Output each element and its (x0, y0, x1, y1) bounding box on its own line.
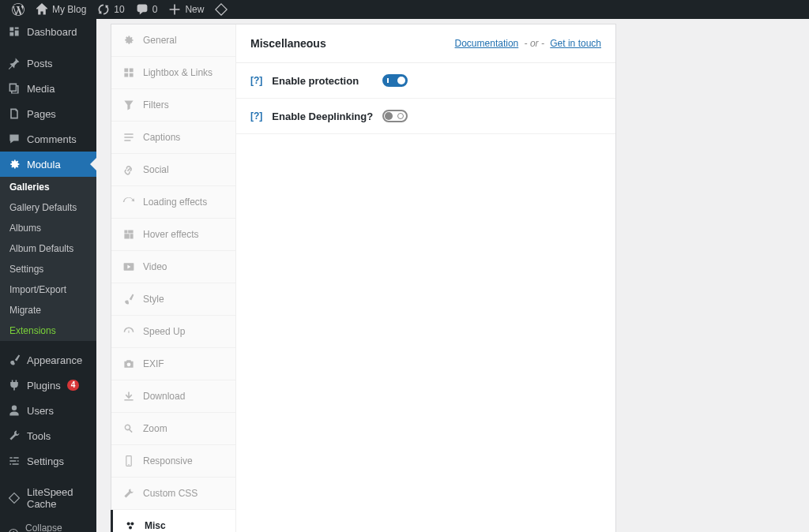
tab-general[interactable]: General (111, 24, 235, 57)
svg-point-6 (129, 526, 132, 529)
submenu-migrate[interactable]: Migrate (0, 300, 96, 320)
new-link[interactable]: New (163, 0, 209, 19)
tab-responsive[interactable]: Responsive (111, 445, 235, 478)
submenu-settings[interactable]: Settings (0, 259, 96, 279)
dots-icon (124, 519, 137, 532)
play-icon (122, 260, 135, 273)
settings-panel: General Lightbox & Links Filters Caption… (111, 24, 616, 532)
settings-tabs: General Lightbox & Links Filters Caption… (111, 24, 236, 532)
plugin-icon (8, 379, 21, 392)
sidebar-appearance[interactable]: Appearance (0, 347, 96, 373)
sidebar-media[interactable]: Media (0, 76, 96, 101)
tab-lightbox[interactable]: Lightbox & Links (111, 57, 235, 89)
submenu-galleries[interactable]: Galleries (0, 177, 96, 197)
tab-filters[interactable]: Filters (111, 89, 235, 122)
sliders-icon (8, 455, 21, 467)
mobile-icon (122, 455, 135, 467)
home-icon (36, 3, 48, 16)
collapse-menu[interactable]: Collapse menu (0, 516, 96, 532)
settings-title: Miscellaneous (250, 37, 326, 50)
dashboard-icon (8, 25, 21, 38)
camera-icon (122, 358, 135, 370)
svg-point-4 (127, 523, 130, 526)
wp-logo[interactable] (6, 0, 30, 19)
comments-icon (8, 133, 21, 145)
tab-social[interactable]: Social (111, 154, 235, 186)
update-icon (97, 3, 110, 16)
settings-content: Miscellaneous Documentation - or - Get i… (236, 24, 615, 532)
tab-zoom[interactable]: Zoom (111, 413, 235, 445)
updates-count: 10 (114, 4, 124, 15)
sidebar-tools[interactable]: Tools (0, 423, 96, 448)
tab-captions[interactable]: Captions (111, 122, 235, 154)
refresh-icon (122, 196, 135, 208)
deeplink-toggle[interactable] (382, 110, 408, 122)
new-label: New (185, 4, 204, 15)
tab-custom-css[interactable]: Custom CSS (111, 478, 235, 510)
collapse-icon (8, 528, 19, 532)
user-icon (8, 404, 21, 417)
litespeed-bar[interactable] (209, 0, 233, 19)
gauge-icon (122, 325, 135, 338)
search-icon (122, 422, 135, 435)
plus-icon (168, 3, 181, 16)
tab-hover[interactable]: Hover effects (111, 219, 235, 251)
comments-link[interactable]: 0 (130, 0, 164, 19)
sidebar-modula[interactable]: Modula (0, 152, 96, 177)
filter-icon (122, 99, 135, 111)
content-area: General Lightbox & Links Filters Caption… (96, 19, 809, 532)
admin-sidebar: Dashboard Posts Media Pages Comments Mod… (0, 19, 96, 532)
submenu-album-defaults[interactable]: Album Defaults (0, 238, 96, 259)
diamond-icon (215, 3, 228, 16)
submenu-extensions[interactable]: Extensions (0, 320, 96, 341)
submenu-import-export[interactable]: Import/Export (0, 279, 96, 300)
protection-toggle[interactable] (382, 74, 408, 87)
sidebar-pages[interactable]: Pages (0, 101, 96, 126)
page-icon (8, 107, 21, 120)
tab-video[interactable]: Video (111, 251, 235, 283)
settings-header: Miscellaneous Documentation - or - Get i… (236, 24, 615, 63)
svg-point-3 (128, 464, 130, 466)
sidebar-posts[interactable]: Posts (0, 51, 96, 76)
tab-download[interactable]: Download (111, 380, 235, 413)
site-name-link[interactable]: My Blog (30, 0, 92, 19)
brush-icon (8, 354, 21, 366)
brush2-icon (122, 293, 135, 305)
comment-icon (136, 3, 149, 16)
setting-protection: [?] Enable protection (236, 63, 615, 99)
tab-misc[interactable]: Misc (111, 510, 235, 532)
sidebar-users[interactable]: Users (0, 398, 96, 423)
tab-style[interactable]: Style (111, 283, 235, 316)
sidebar-settings[interactable]: Settings (0, 448, 96, 474)
sidebar-comments[interactable]: Comments (0, 126, 96, 152)
updates-link[interactable]: 10 (92, 0, 130, 19)
media-icon (8, 82, 21, 95)
documentation-link[interactable]: Documentation (455, 38, 519, 49)
link-icon (122, 163, 135, 176)
help-icon[interactable]: [?] (250, 75, 262, 86)
protection-label: Enable protection (272, 75, 382, 87)
grid-icon (122, 66, 135, 79)
tab-speedup[interactable]: Speed Up (111, 316, 235, 348)
submenu-gallery-defaults[interactable]: Gallery Defaults (0, 197, 96, 218)
download-icon (122, 390, 135, 403)
diamond-icon (8, 492, 21, 504)
sidebar-litespeed[interactable]: LiteSpeed Cache (0, 480, 96, 516)
get-in-touch-link[interactable]: Get in touch (550, 38, 601, 49)
sidebar-plugins[interactable]: Plugins 4 (0, 373, 96, 398)
wrench-icon (8, 429, 21, 442)
tab-exif[interactable]: EXIF (111, 348, 235, 380)
gear-icon (122, 34, 135, 47)
wrench2-icon (122, 487, 135, 500)
admin-bar: My Blog 10 0 New (0, 0, 809, 19)
help-icon[interactable]: [?] (250, 111, 262, 122)
deeplink-label: Enable Deeplinking? (272, 111, 382, 122)
pin-icon (8, 57, 21, 69)
sidebar-dashboard[interactable]: Dashboard (0, 19, 96, 44)
tab-loading[interactable]: Loading effects (111, 186, 235, 219)
lines-icon (122, 131, 135, 144)
plugins-badge: 4 (67, 380, 80, 391)
submenu-albums[interactable]: Albums (0, 218, 96, 238)
settings-links: Documentation - or - Get in touch (455, 38, 601, 49)
comments-count: 0 (152, 4, 158, 15)
